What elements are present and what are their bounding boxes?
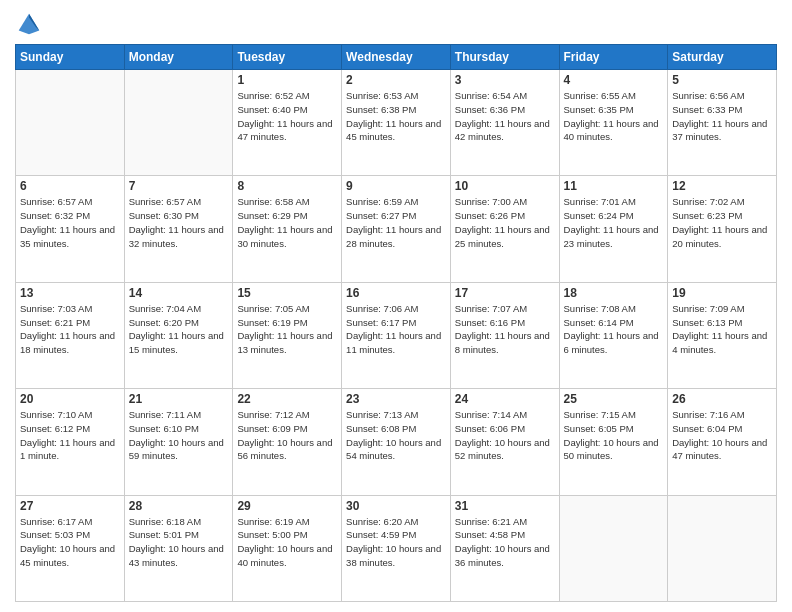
day-info: Sunrise: 7:09 AMSunset: 6:13 PMDaylight:… [672, 302, 772, 357]
day-number: 21 [129, 392, 229, 406]
day-number: 2 [346, 73, 446, 87]
day-number: 29 [237, 499, 337, 513]
day-info: Sunrise: 7:01 AMSunset: 6:24 PMDaylight:… [564, 195, 664, 250]
day-info: Sunrise: 6:54 AMSunset: 6:36 PMDaylight:… [455, 89, 555, 144]
day-number: 8 [237, 179, 337, 193]
page: SundayMondayTuesdayWednesdayThursdayFrid… [0, 0, 792, 612]
day-info: Sunrise: 7:08 AMSunset: 6:14 PMDaylight:… [564, 302, 664, 357]
day-info: Sunrise: 6:18 AMSunset: 5:01 PMDaylight:… [129, 515, 229, 570]
calendar-cell: 9Sunrise: 6:59 AMSunset: 6:27 PMDaylight… [342, 176, 451, 282]
day-number: 30 [346, 499, 446, 513]
calendar-cell: 1Sunrise: 6:52 AMSunset: 6:40 PMDaylight… [233, 70, 342, 176]
header [15, 10, 777, 38]
calendar-cell: 21Sunrise: 7:11 AMSunset: 6:10 PMDayligh… [124, 389, 233, 495]
calendar-cell [559, 495, 668, 601]
weekday-header-friday: Friday [559, 45, 668, 70]
calendar-cell: 20Sunrise: 7:10 AMSunset: 6:12 PMDayligh… [16, 389, 125, 495]
calendar-cell: 3Sunrise: 6:54 AMSunset: 6:36 PMDaylight… [450, 70, 559, 176]
calendar-cell: 11Sunrise: 7:01 AMSunset: 6:24 PMDayligh… [559, 176, 668, 282]
weekday-header-wednesday: Wednesday [342, 45, 451, 70]
calendar-cell: 4Sunrise: 6:55 AMSunset: 6:35 PMDaylight… [559, 70, 668, 176]
calendar-cell: 23Sunrise: 7:13 AMSunset: 6:08 PMDayligh… [342, 389, 451, 495]
day-number: 5 [672, 73, 772, 87]
day-info: Sunrise: 6:57 AMSunset: 6:30 PMDaylight:… [129, 195, 229, 250]
day-number: 11 [564, 179, 664, 193]
calendar-cell: 8Sunrise: 6:58 AMSunset: 6:29 PMDaylight… [233, 176, 342, 282]
calendar-cell [124, 70, 233, 176]
day-number: 6 [20, 179, 120, 193]
calendar-cell: 30Sunrise: 6:20 AMSunset: 4:59 PMDayligh… [342, 495, 451, 601]
day-info: Sunrise: 7:06 AMSunset: 6:17 PMDaylight:… [346, 302, 446, 357]
week-row-4: 20Sunrise: 7:10 AMSunset: 6:12 PMDayligh… [16, 389, 777, 495]
calendar-table: SundayMondayTuesdayWednesdayThursdayFrid… [15, 44, 777, 602]
day-number: 7 [129, 179, 229, 193]
calendar-cell: 14Sunrise: 7:04 AMSunset: 6:20 PMDayligh… [124, 282, 233, 388]
day-info: Sunrise: 7:05 AMSunset: 6:19 PMDaylight:… [237, 302, 337, 357]
calendar-cell: 31Sunrise: 6:21 AMSunset: 4:58 PMDayligh… [450, 495, 559, 601]
day-info: Sunrise: 7:15 AMSunset: 6:05 PMDaylight:… [564, 408, 664, 463]
calendar-cell: 16Sunrise: 7:06 AMSunset: 6:17 PMDayligh… [342, 282, 451, 388]
day-info: Sunrise: 7:16 AMSunset: 6:04 PMDaylight:… [672, 408, 772, 463]
calendar-cell [668, 495, 777, 601]
day-info: Sunrise: 7:07 AMSunset: 6:16 PMDaylight:… [455, 302, 555, 357]
calendar-cell: 22Sunrise: 7:12 AMSunset: 6:09 PMDayligh… [233, 389, 342, 495]
logo-icon [15, 10, 43, 38]
calendar-cell: 18Sunrise: 7:08 AMSunset: 6:14 PMDayligh… [559, 282, 668, 388]
day-info: Sunrise: 6:59 AMSunset: 6:27 PMDaylight:… [346, 195, 446, 250]
calendar-cell: 2Sunrise: 6:53 AMSunset: 6:38 PMDaylight… [342, 70, 451, 176]
day-info: Sunrise: 7:00 AMSunset: 6:26 PMDaylight:… [455, 195, 555, 250]
day-number: 4 [564, 73, 664, 87]
calendar-cell: 24Sunrise: 7:14 AMSunset: 6:06 PMDayligh… [450, 389, 559, 495]
calendar-cell: 5Sunrise: 6:56 AMSunset: 6:33 PMDaylight… [668, 70, 777, 176]
day-number: 12 [672, 179, 772, 193]
calendar-cell: 7Sunrise: 6:57 AMSunset: 6:30 PMDaylight… [124, 176, 233, 282]
day-number: 19 [672, 286, 772, 300]
calendar-cell: 19Sunrise: 7:09 AMSunset: 6:13 PMDayligh… [668, 282, 777, 388]
day-info: Sunrise: 7:12 AMSunset: 6:09 PMDaylight:… [237, 408, 337, 463]
calendar-cell: 6Sunrise: 6:57 AMSunset: 6:32 PMDaylight… [16, 176, 125, 282]
weekday-header-thursday: Thursday [450, 45, 559, 70]
day-number: 31 [455, 499, 555, 513]
day-number: 27 [20, 499, 120, 513]
day-info: Sunrise: 6:55 AMSunset: 6:35 PMDaylight:… [564, 89, 664, 144]
weekday-header-saturday: Saturday [668, 45, 777, 70]
day-info: Sunrise: 6:17 AMSunset: 5:03 PMDaylight:… [20, 515, 120, 570]
day-number: 16 [346, 286, 446, 300]
day-info: Sunrise: 6:56 AMSunset: 6:33 PMDaylight:… [672, 89, 772, 144]
day-info: Sunrise: 7:13 AMSunset: 6:08 PMDaylight:… [346, 408, 446, 463]
day-number: 24 [455, 392, 555, 406]
weekday-header-monday: Monday [124, 45, 233, 70]
calendar-cell: 27Sunrise: 6:17 AMSunset: 5:03 PMDayligh… [16, 495, 125, 601]
calendar-cell: 13Sunrise: 7:03 AMSunset: 6:21 PMDayligh… [16, 282, 125, 388]
day-info: Sunrise: 7:14 AMSunset: 6:06 PMDaylight:… [455, 408, 555, 463]
day-number: 20 [20, 392, 120, 406]
day-info: Sunrise: 7:11 AMSunset: 6:10 PMDaylight:… [129, 408, 229, 463]
calendar-cell: 29Sunrise: 6:19 AMSunset: 5:00 PMDayligh… [233, 495, 342, 601]
day-number: 28 [129, 499, 229, 513]
day-number: 10 [455, 179, 555, 193]
logo [15, 10, 47, 38]
day-number: 15 [237, 286, 337, 300]
day-number: 18 [564, 286, 664, 300]
day-info: Sunrise: 6:53 AMSunset: 6:38 PMDaylight:… [346, 89, 446, 144]
day-info: Sunrise: 6:57 AMSunset: 6:32 PMDaylight:… [20, 195, 120, 250]
calendar-cell: 15Sunrise: 7:05 AMSunset: 6:19 PMDayligh… [233, 282, 342, 388]
day-info: Sunrise: 6:19 AMSunset: 5:00 PMDaylight:… [237, 515, 337, 570]
day-number: 3 [455, 73, 555, 87]
day-number: 9 [346, 179, 446, 193]
calendar-cell: 28Sunrise: 6:18 AMSunset: 5:01 PMDayligh… [124, 495, 233, 601]
day-number: 13 [20, 286, 120, 300]
day-number: 14 [129, 286, 229, 300]
calendar-cell: 26Sunrise: 7:16 AMSunset: 6:04 PMDayligh… [668, 389, 777, 495]
day-info: Sunrise: 6:21 AMSunset: 4:58 PMDaylight:… [455, 515, 555, 570]
day-info: Sunrise: 7:04 AMSunset: 6:20 PMDaylight:… [129, 302, 229, 357]
day-info: Sunrise: 7:03 AMSunset: 6:21 PMDaylight:… [20, 302, 120, 357]
day-info: Sunrise: 6:52 AMSunset: 6:40 PMDaylight:… [237, 89, 337, 144]
day-info: Sunrise: 6:20 AMSunset: 4:59 PMDaylight:… [346, 515, 446, 570]
week-row-5: 27Sunrise: 6:17 AMSunset: 5:03 PMDayligh… [16, 495, 777, 601]
day-number: 23 [346, 392, 446, 406]
day-info: Sunrise: 7:10 AMSunset: 6:12 PMDaylight:… [20, 408, 120, 463]
weekday-header-tuesday: Tuesday [233, 45, 342, 70]
day-info: Sunrise: 6:58 AMSunset: 6:29 PMDaylight:… [237, 195, 337, 250]
day-number: 25 [564, 392, 664, 406]
